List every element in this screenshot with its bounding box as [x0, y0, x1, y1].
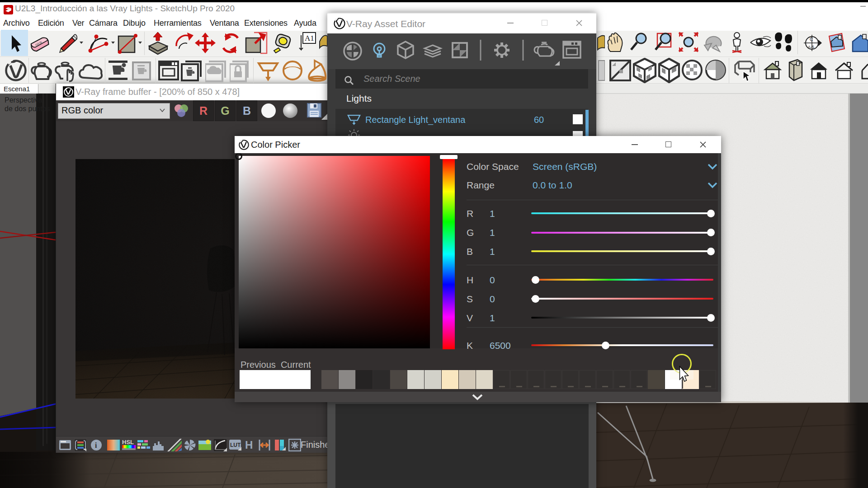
svg-text:A-5: A-5: [808, 45, 814, 49]
svg-text:i: i: [95, 441, 97, 449]
svg-text:HSL: HSL: [122, 439, 134, 446]
svg-text:C: C: [810, 37, 813, 42]
svg-text:H: H: [245, 439, 253, 451]
svg-text:LUT: LUT: [230, 442, 241, 448]
svg-text:A1: A1: [305, 34, 314, 42]
